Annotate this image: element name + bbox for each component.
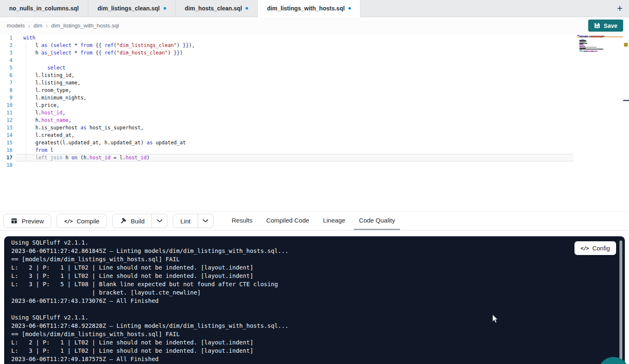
line-number: 7 (0, 79, 12, 87)
terminal-scrollbar[interactable] (619, 240, 622, 360)
config-button[interactable]: </> Config (574, 241, 617, 255)
file-tab-label: no_nulls_in_columns.sql (9, 5, 79, 12)
terminal-output-panel: Using SQLFluff v2.1.1.2023-06-06T11:27:4… (4, 236, 625, 364)
unsaved-changes-dot-icon (246, 7, 248, 10)
code-line[interactable]: 16 from l (0, 146, 629, 154)
code-line[interactable]: 3 h as (select * from {{ ref("dim_hosts_… (0, 49, 629, 57)
code-text: with (12, 34, 35, 42)
minimap-line (577, 52, 622, 52)
code-line[interactable]: 8 l.room_type, (0, 87, 629, 94)
file-tab[interactable]: dim_listings_clean.sql (88, 0, 175, 17)
code-line[interactable]: 6 l.listing_id, (0, 72, 629, 79)
breadcrumb-chevron-icon: › (46, 22, 48, 29)
file-tab-bar: no_nulls_in_columns.sqldim_listings_clea… (0, 0, 629, 17)
terminal-line: L: 3 | P: 5 | LT08 | Blank line expected… (11, 280, 625, 288)
editor-toolbar: Preview </> Compile Build (0, 211, 629, 230)
code-brackets-icon: </> (64, 218, 72, 224)
code-line[interactable]: 1with (0, 34, 629, 42)
code-line[interactable]: 2 l as (select * from {{ ref("dim_listin… (0, 42, 629, 49)
code-text: left join h on (h.host_id = l.host_id) (12, 154, 150, 161)
code-text: l.host_id, (12, 109, 65, 116)
breadcrumb: models›dim›dim_listings_with_hosts.sql (7, 22, 119, 29)
panel-tab[interactable]: Results (227, 212, 258, 230)
file-tab-label: dim_hosts_clean.sql (185, 5, 242, 12)
build-button-label: Build (131, 218, 144, 225)
build-split-button: Build (112, 214, 167, 228)
line-number: 17 (0, 154, 12, 161)
code-line[interactable]: 10 l.price, (0, 102, 629, 109)
code-brackets-icon: </> (581, 245, 589, 251)
preview-button[interactable]: Preview (3, 214, 51, 228)
code-line[interactable]: 7 l.listing_name, (0, 79, 629, 87)
code-line[interactable]: 18 (0, 161, 629, 169)
line-number: 4 (0, 57, 12, 64)
new-tab-button[interactable]: + (611, 0, 629, 17)
panel-tab[interactable]: Compiled Code (261, 212, 314, 230)
code-text: l.listing_id, (12, 72, 75, 79)
terminal-line: 2023-06-06T11:27:43.173076Z — All Finish… (11, 297, 625, 305)
file-tabs: no_nulls_in_columns.sqldim_listings_clea… (0, 0, 360, 17)
code-line[interactable]: 15 greatest(l.updated_at, h.updated_at) … (0, 139, 629, 146)
terminal-line: Using SQLFluff v2.1.1. (11, 313, 625, 322)
breadcrumb-item[interactable]: dim_listings_with_hosts.sql (51, 22, 119, 29)
build-dropdown-button[interactable] (152, 214, 167, 228)
code-editor[interactable]: 1with2 l as (select * from {{ ref("dim_l… (0, 34, 629, 211)
code-text (12, 161, 23, 169)
line-number: 3 (0, 49, 12, 57)
line-number: 10 (0, 102, 12, 109)
code-text: greatest(l.updated_at, h.updated_at) as … (12, 139, 186, 146)
code-line[interactable]: 12 h.host_name, (0, 116, 629, 124)
config-button-label: Config (592, 245, 610, 252)
terminal-line: L: 2 | P: 1 | LT02 | Line should not be … (11, 263, 625, 272)
code-text: h as (select * from {{ ref("dim_hosts_cl… (12, 49, 183, 57)
breadcrumb-item[interactable]: models (7, 22, 25, 29)
code-text (12, 57, 23, 64)
line-number: 14 (0, 131, 12, 139)
overview-ruler-cursor-mark (623, 100, 629, 101)
panel-tab[interactable]: Code Quality (354, 212, 400, 230)
build-button[interactable]: Build (112, 214, 152, 228)
hammer-icon (120, 218, 127, 224)
minimap[interactable] (577, 35, 622, 53)
code-line[interactable]: 11 l.host_id, (0, 109, 629, 116)
code-line[interactable]: 14 l.created_at, (0, 131, 629, 139)
line-number: 8 (0, 87, 12, 94)
table-grid-icon (11, 218, 17, 224)
panel-tab[interactable]: Lineage (318, 212, 350, 230)
terminal-line: L: 3 | P: 1 | LT02 | Line should not be … (11, 347, 625, 355)
line-number: 9 (0, 94, 12, 102)
code-line[interactable]: 9 l.minimum_nights, (0, 94, 629, 102)
lint-dropdown-button[interactable] (198, 214, 214, 228)
breadcrumb-item[interactable]: dim (33, 22, 42, 29)
unsaved-changes-dot-icon (348, 7, 351, 10)
code-text: h.host_name, (12, 116, 72, 124)
file-tab-label: dim_listings_with_hosts.sql (267, 5, 345, 12)
code-line[interactable]: 13 h.is_superhost as host_is_superhost, (0, 124, 629, 131)
terminal-line (11, 305, 625, 313)
save-button[interactable]: Save (588, 20, 623, 32)
code-line[interactable]: 17 left join h on (h.host_id = l.host_id… (0, 154, 629, 161)
file-tab[interactable]: dim_listings_with_hosts.sql (258, 0, 360, 17)
lint-button[interactable]: Lint (173, 214, 198, 228)
ide-window: no_nulls_in_columns.sqldim_listings_clea… (0, 0, 629, 364)
file-tab[interactable]: no_nulls_in_columns.sql (0, 0, 88, 17)
code-lines: 1with2 l as (select * from {{ ref("dim_l… (0, 34, 629, 169)
code-line[interactable]: 5 select (0, 64, 629, 72)
terminal-line: 2023-06-06T11:27:42.861845Z — Linting mo… (11, 247, 625, 255)
line-number: 6 (0, 72, 12, 79)
preview-button-label: Preview (22, 218, 44, 225)
terminal-line: 2023-06-06T11:27:49.187575Z — All Finish… (11, 355, 625, 363)
line-number: 13 (0, 124, 12, 131)
terminal-lines: Using SQLFluff v2.1.1.2023-06-06T11:27:4… (11, 238, 625, 363)
line-number: 11 (0, 109, 12, 116)
terminal-line: L: 2 | P: 1 | LT02 | Line should not be … (11, 338, 625, 347)
chevron-down-icon (203, 219, 208, 223)
code-line[interactable]: 4 (0, 57, 629, 64)
save-floppy-icon (594, 22, 600, 29)
file-tab[interactable]: dim_hosts_clean.sql (176, 0, 258, 17)
code-text: select (12, 64, 65, 72)
line-number: 16 (0, 146, 12, 154)
terminal-line: L: 3 | P: 1 | LT02 | Line should not be … (11, 272, 625, 280)
compile-button[interactable]: </> Compile (57, 214, 107, 228)
terminal-line: == [models/dim/dim_listings_with_hosts.s… (11, 255, 625, 263)
